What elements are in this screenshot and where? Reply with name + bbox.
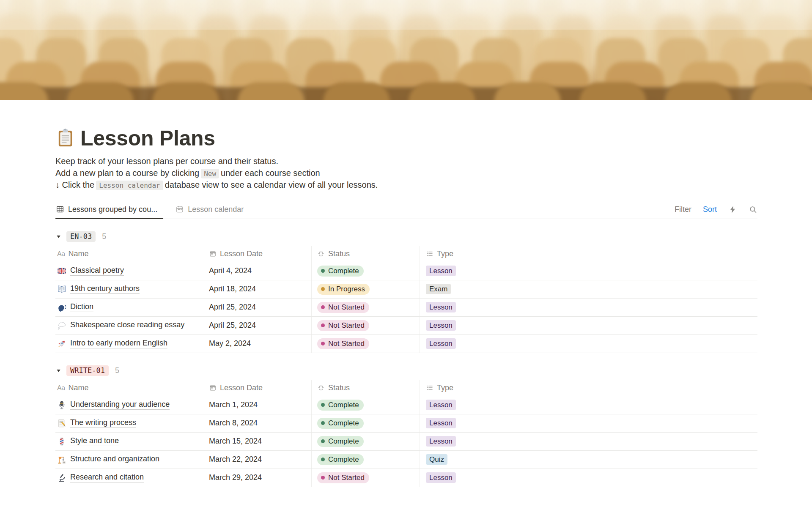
lesson-title-link[interactable]: Shakespeare close reading essay	[70, 321, 184, 330]
column-header-status[interactable]: Status	[311, 246, 420, 262]
lesson-title-link[interactable]: Diction	[70, 302, 93, 312]
status-cell[interactable]: Complete	[311, 396, 420, 414]
name-cell[interactable]: Research and citation	[55, 469, 204, 487]
status-cell[interactable]: Not Started	[311, 335, 420, 353]
status-badge[interactable]: Complete	[317, 266, 364, 277]
type-cell[interactable]: Quiz	[420, 451, 757, 469]
column-header-type[interactable]: Type	[420, 380, 757, 396]
inline-code-chip: Lesson calendar	[96, 181, 163, 190]
lesson-title-link[interactable]: Understanding your audience	[70, 400, 170, 410]
type-cell[interactable]: Lesson	[420, 433, 757, 450]
lesson-date-cell[interactable]: April 25, 2024	[204, 317, 311, 334]
status-badge[interactable]: Not Started	[317, 302, 369, 313]
lesson-date-cell[interactable]: March 15, 2024	[204, 433, 311, 450]
lightning-icon[interactable]	[728, 205, 737, 214]
type-cell[interactable]: Lesson	[420, 299, 757, 316]
status-badge[interactable]: Complete	[317, 454, 364, 465]
type-badge[interactable]: Lesson	[426, 436, 456, 447]
lesson-date-cell[interactable]: March 22, 2024	[204, 451, 311, 469]
status-badge[interactable]: In Progress	[317, 284, 370, 295]
view-tab-label: Lesson calendar	[188, 205, 244, 214]
status-badge[interactable]: Not Started	[317, 338, 369, 349]
status-badge[interactable]: Complete	[317, 418, 364, 429]
lesson-date-cell[interactable]: April 4, 2024	[204, 262, 311, 280]
lesson-title-link[interactable]: The writing process	[70, 418, 136, 428]
type-badge[interactable]: Lesson	[426, 266, 456, 276]
lesson-title-link[interactable]: Research and citation	[70, 473, 144, 482]
name-cell[interactable]: Intro to early modern English	[55, 335, 204, 353]
type-cell[interactable]: Lesson	[420, 262, 757, 280]
view-tab-lessons-grouped[interactable]: Lessons grouped by cou...	[55, 200, 163, 219]
lesson-title-link[interactable]: Style and tone	[70, 436, 119, 446]
type-badge[interactable]: Lesson	[426, 400, 456, 410]
column-header-type[interactable]: Type	[420, 246, 757, 262]
type-badge[interactable]: Exam	[426, 284, 451, 294]
status-badge[interactable]: Not Started	[317, 320, 369, 331]
type-badge[interactable]: Lesson	[426, 418, 456, 428]
type-cell[interactable]: Lesson	[420, 396, 757, 414]
column-header-label: Status	[328, 384, 350, 392]
name-cell[interactable]: Classical poetry	[55, 262, 204, 280]
type-badge[interactable]: Quiz	[426, 454, 447, 465]
status-cell[interactable]: Complete	[311, 451, 420, 469]
lesson-date: April 4, 2024	[209, 266, 252, 275]
view-tab-lesson-calendar[interactable]: Lesson calendar	[175, 200, 250, 219]
name-cell[interactable]: Shakespeare close reading essay	[55, 317, 204, 334]
clipboard-icon[interactable]	[55, 129, 75, 148]
name-cell[interactable]: 19th century authors	[55, 280, 204, 298]
name-cell[interactable]: The writing process	[55, 414, 204, 432]
type-badge[interactable]: Lesson	[426, 302, 456, 312]
status-cell[interactable]: Complete	[311, 414, 420, 432]
lesson-title-link[interactable]: 19th century authors	[70, 284, 140, 294]
status-cell[interactable]: Complete	[311, 262, 420, 280]
status-cell[interactable]: Complete	[311, 433, 420, 450]
lesson-date-cell[interactable]: March 8, 2024	[204, 414, 311, 432]
calendar-property-icon	[209, 250, 217, 258]
status-badge[interactable]: Complete	[317, 436, 364, 447]
lesson-date-cell[interactable]: March 1, 2024	[204, 396, 311, 414]
type-badge[interactable]: Lesson	[426, 320, 456, 331]
column-header-name[interactable]: AaName	[55, 246, 204, 262]
status-badge[interactable]: Not Started	[317, 472, 369, 483]
name-cell[interactable]: Understanding your audience	[55, 396, 204, 414]
description-line: Add a new plan to a course by clickingNe…	[55, 167, 757, 180]
lesson-title-link[interactable]: Classical poetry	[70, 266, 124, 276]
sort-button[interactable]: Sort	[703, 205, 717, 214]
lesson-date-cell[interactable]: April 25, 2024	[204, 299, 311, 316]
column-header-name[interactable]: AaName	[55, 380, 204, 396]
search-icon[interactable]	[749, 205, 757, 214]
status-cell[interactable]: Not Started	[311, 317, 420, 334]
group-count: 5	[115, 366, 119, 375]
course-chip[interactable]: WRITE-01	[66, 365, 109, 376]
type-cell[interactable]: Lesson	[420, 317, 757, 334]
status-dot	[321, 323, 325, 327]
status-cell[interactable]: Not Started	[311, 299, 420, 316]
filter-button[interactable]: Filter	[675, 205, 691, 214]
course-group: EN-03 5 AaNameLesson DateStatusType Clas…	[55, 230, 757, 353]
status-cell[interactable]: Not Started	[311, 469, 420, 487]
lesson-date-cell[interactable]: May 2, 2024	[204, 335, 311, 353]
name-cell[interactable]: Diction	[55, 299, 204, 316]
name-cell[interactable]: Style and tone	[55, 433, 204, 450]
type-cell[interactable]: Lesson	[420, 469, 757, 487]
lesson-date-cell[interactable]: March 29, 2024	[204, 469, 311, 487]
type-badge[interactable]: Lesson	[426, 472, 456, 483]
type-cell[interactable]: Exam	[420, 280, 757, 298]
course-chip[interactable]: EN-03	[66, 231, 96, 242]
type-badge[interactable]: Lesson	[426, 338, 456, 349]
column-header-lesson-date[interactable]: Lesson Date	[204, 246, 311, 262]
lesson-title-link[interactable]: Intro to early modern English	[70, 339, 167, 348]
column-header-lesson-date[interactable]: Lesson Date	[204, 380, 311, 396]
flag-gb-icon	[57, 266, 66, 276]
type-cell[interactable]: Lesson	[420, 335, 757, 353]
lesson-date-cell[interactable]: April 18, 2024	[204, 280, 311, 298]
group-toggle-triangle-icon[interactable]	[55, 367, 66, 374]
type-cell[interactable]: Lesson	[420, 414, 757, 432]
column-header-status[interactable]: Status	[311, 380, 420, 396]
group-toggle-triangle-icon[interactable]	[55, 233, 66, 240]
lesson-title-link[interactable]: Structure and organization	[70, 455, 159, 464]
status-badge[interactable]: Complete	[317, 400, 364, 411]
name-cell[interactable]: Structure and organization	[55, 451, 204, 469]
status-cell[interactable]: In Progress	[311, 280, 420, 298]
microscope-icon	[57, 473, 66, 482]
